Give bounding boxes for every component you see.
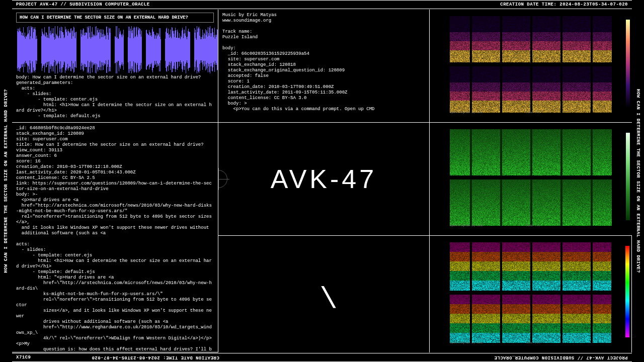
footer-mid: CREATION DATE TIME: 2024-08-23T05-34-07-…	[92, 355, 219, 360]
panel-tl-meta: body: How can I determine the sector siz…	[16, 75, 214, 119]
spectrogram-magma	[440, 14, 622, 114]
question-title: HOW CAN I DETERMINE THE SECTOR SIZE ON A…	[16, 13, 214, 23]
panel-slash: \	[218, 236, 430, 352]
left-detail-text: _id: 646805b9f8c9cd8a9924ee28 stack_exch…	[16, 126, 214, 352]
panel-spectro-3	[430, 236, 632, 352]
credits-text: Music by Eric Matyas www.soundimage.org …	[222, 13, 425, 112]
panel-big-title: AVK-47	[218, 123, 430, 236]
colorbar-1	[626, 20, 630, 107]
panel-spectro-1	[430, 10, 632, 123]
footer-left: X71C9	[16, 355, 31, 360]
header-right: CREATION DATE TIME: 2024-08-23T05-34-07-…	[500, 2, 628, 7]
header-left: PROJECT AVK-47 // SUBDIVISION COMPUTER_O…	[16, 2, 150, 7]
footer-right: PROJECT AVK-47 // SUBDIVISION COMPUTER_O…	[494, 355, 628, 360]
colorbar-3	[625, 246, 629, 337]
waveform	[16, 25, 214, 75]
bottom-bar: X71C9 CREATION DATE TIME: 2024-08-23T05-…	[12, 353, 632, 362]
slash-glyph: \	[319, 283, 338, 317]
panel-spectro-2	[430, 123, 632, 236]
side-text-left: HOW CAN I DETERMINE THE SECTOR SIZE ON A…	[1, 10, 11, 352]
panel-question-wave: HOW CAN I DETERMINE THE SECTOR SIZE ON A…	[12, 10, 218, 123]
side-text-right: HOW CAN I DETERMINE THE SECTOR SIZE ON A…	[633, 10, 643, 352]
panel-credits: Music by Eric Matyas www.soundimage.org …	[218, 10, 430, 123]
spectrogram-rainbow	[440, 240, 621, 344]
spectrogram-green	[440, 127, 622, 227]
project-title: AVK-47	[218, 123, 429, 235]
panel-left-detail: _id: 646805b9f8c9cd8a9924ee28 stack_exch…	[12, 123, 218, 352]
colorbar-2	[626, 133, 630, 220]
main-grid: HOW CAN I DETERMINE THE SECTOR SIZE ON A…	[12, 10, 632, 352]
top-bar: PROJECT AVK-47 // SUBDIVISION COMPUTER_O…	[12, 0, 632, 9]
